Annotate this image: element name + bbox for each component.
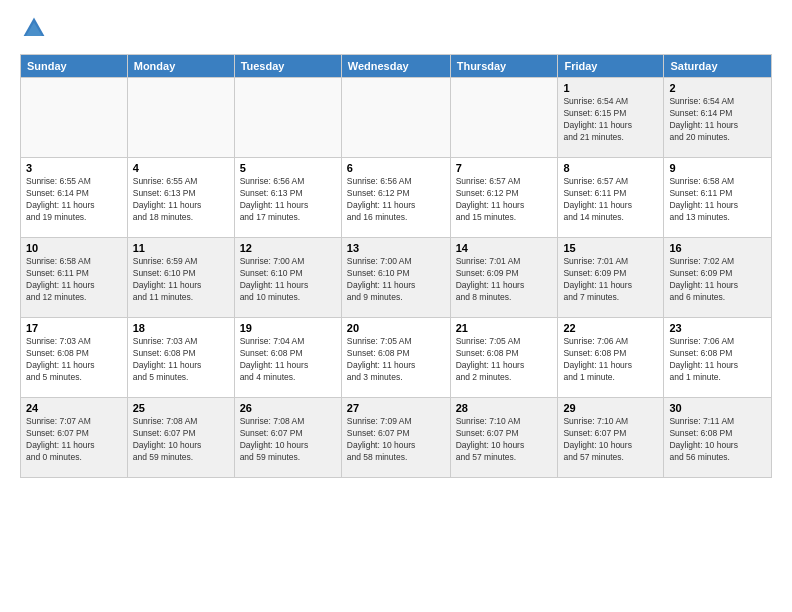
day-number: 5 [240, 162, 336, 174]
day-info: Sunrise: 7:11 AM Sunset: 6:08 PM Dayligh… [669, 416, 766, 464]
col-friday: Friday [558, 55, 664, 78]
day-info: Sunrise: 7:06 AM Sunset: 6:08 PM Dayligh… [563, 336, 658, 384]
day-number: 23 [669, 322, 766, 334]
header [20, 16, 772, 44]
day-number: 14 [456, 242, 553, 254]
calendar-day-cell: 29Sunrise: 7:10 AM Sunset: 6:07 PM Dayli… [558, 398, 664, 478]
day-number: 4 [133, 162, 229, 174]
day-number: 3 [26, 162, 122, 174]
day-number: 28 [456, 402, 553, 414]
day-number: 22 [563, 322, 658, 334]
day-info: Sunrise: 7:10 AM Sunset: 6:07 PM Dayligh… [456, 416, 553, 464]
day-number: 30 [669, 402, 766, 414]
day-info: Sunrise: 6:57 AM Sunset: 6:12 PM Dayligh… [456, 176, 553, 224]
calendar-week-row: 1Sunrise: 6:54 AM Sunset: 6:15 PM Daylig… [21, 78, 772, 158]
day-info: Sunrise: 7:03 AM Sunset: 6:08 PM Dayligh… [133, 336, 229, 384]
day-info: Sunrise: 7:04 AM Sunset: 6:08 PM Dayligh… [240, 336, 336, 384]
calendar-day-cell: 20Sunrise: 7:05 AM Sunset: 6:08 PM Dayli… [341, 318, 450, 398]
day-number: 19 [240, 322, 336, 334]
calendar-day-cell: 24Sunrise: 7:07 AM Sunset: 6:07 PM Dayli… [21, 398, 128, 478]
day-number: 13 [347, 242, 445, 254]
day-info: Sunrise: 7:05 AM Sunset: 6:08 PM Dayligh… [456, 336, 553, 384]
calendar-day-cell: 4Sunrise: 6:55 AM Sunset: 6:13 PM Daylig… [127, 158, 234, 238]
day-number: 18 [133, 322, 229, 334]
calendar-day-cell: 17Sunrise: 7:03 AM Sunset: 6:08 PM Dayli… [21, 318, 128, 398]
day-number: 26 [240, 402, 336, 414]
day-info: Sunrise: 6:58 AM Sunset: 6:11 PM Dayligh… [26, 256, 122, 304]
calendar-day-cell: 2Sunrise: 6:54 AM Sunset: 6:14 PM Daylig… [664, 78, 772, 158]
calendar-header-row: Sunday Monday Tuesday Wednesday Thursday… [21, 55, 772, 78]
calendar-day-cell [450, 78, 558, 158]
day-number: 10 [26, 242, 122, 254]
logo [20, 16, 50, 44]
day-info: Sunrise: 7:00 AM Sunset: 6:10 PM Dayligh… [347, 256, 445, 304]
day-number: 11 [133, 242, 229, 254]
col-sunday: Sunday [21, 55, 128, 78]
calendar-day-cell: 14Sunrise: 7:01 AM Sunset: 6:09 PM Dayli… [450, 238, 558, 318]
day-info: Sunrise: 7:08 AM Sunset: 6:07 PM Dayligh… [133, 416, 229, 464]
day-info: Sunrise: 6:57 AM Sunset: 6:11 PM Dayligh… [563, 176, 658, 224]
day-info: Sunrise: 6:54 AM Sunset: 6:15 PM Dayligh… [563, 96, 658, 144]
day-info: Sunrise: 7:07 AM Sunset: 6:07 PM Dayligh… [26, 416, 122, 464]
calendar-day-cell: 25Sunrise: 7:08 AM Sunset: 6:07 PM Dayli… [127, 398, 234, 478]
calendar-day-cell: 3Sunrise: 6:55 AM Sunset: 6:14 PM Daylig… [21, 158, 128, 238]
day-info: Sunrise: 7:01 AM Sunset: 6:09 PM Dayligh… [563, 256, 658, 304]
day-number: 12 [240, 242, 336, 254]
day-info: Sunrise: 7:10 AM Sunset: 6:07 PM Dayligh… [563, 416, 658, 464]
day-info: Sunrise: 6:54 AM Sunset: 6:14 PM Dayligh… [669, 96, 766, 144]
calendar-day-cell: 10Sunrise: 6:58 AM Sunset: 6:11 PM Dayli… [21, 238, 128, 318]
col-tuesday: Tuesday [234, 55, 341, 78]
day-info: Sunrise: 7:05 AM Sunset: 6:08 PM Dayligh… [347, 336, 445, 384]
day-number: 2 [669, 82, 766, 94]
calendar-day-cell: 9Sunrise: 6:58 AM Sunset: 6:11 PM Daylig… [664, 158, 772, 238]
day-number: 27 [347, 402, 445, 414]
calendar-week-row: 17Sunrise: 7:03 AM Sunset: 6:08 PM Dayli… [21, 318, 772, 398]
calendar-day-cell: 28Sunrise: 7:10 AM Sunset: 6:07 PM Dayli… [450, 398, 558, 478]
day-number: 21 [456, 322, 553, 334]
col-wednesday: Wednesday [341, 55, 450, 78]
calendar-day-cell: 19Sunrise: 7:04 AM Sunset: 6:08 PM Dayli… [234, 318, 341, 398]
calendar-week-row: 10Sunrise: 6:58 AM Sunset: 6:11 PM Dayli… [21, 238, 772, 318]
logo-icon [22, 16, 46, 40]
day-number: 17 [26, 322, 122, 334]
calendar-week-row: 3Sunrise: 6:55 AM Sunset: 6:14 PM Daylig… [21, 158, 772, 238]
calendar-day-cell: 30Sunrise: 7:11 AM Sunset: 6:08 PM Dayli… [664, 398, 772, 478]
day-number: 6 [347, 162, 445, 174]
day-number: 7 [456, 162, 553, 174]
col-saturday: Saturday [664, 55, 772, 78]
calendar-day-cell: 5Sunrise: 6:56 AM Sunset: 6:13 PM Daylig… [234, 158, 341, 238]
day-info: Sunrise: 6:56 AM Sunset: 6:12 PM Dayligh… [347, 176, 445, 224]
day-number: 29 [563, 402, 658, 414]
calendar-day-cell: 18Sunrise: 7:03 AM Sunset: 6:08 PM Dayli… [127, 318, 234, 398]
day-info: Sunrise: 6:55 AM Sunset: 6:13 PM Dayligh… [133, 176, 229, 224]
calendar-day-cell [341, 78, 450, 158]
calendar-day-cell: 8Sunrise: 6:57 AM Sunset: 6:11 PM Daylig… [558, 158, 664, 238]
day-info: Sunrise: 6:55 AM Sunset: 6:14 PM Dayligh… [26, 176, 122, 224]
calendar-day-cell: 27Sunrise: 7:09 AM Sunset: 6:07 PM Dayli… [341, 398, 450, 478]
col-thursday: Thursday [450, 55, 558, 78]
calendar-day-cell: 11Sunrise: 6:59 AM Sunset: 6:10 PM Dayli… [127, 238, 234, 318]
day-info: Sunrise: 7:02 AM Sunset: 6:09 PM Dayligh… [669, 256, 766, 304]
day-info: Sunrise: 7:01 AM Sunset: 6:09 PM Dayligh… [456, 256, 553, 304]
calendar-day-cell: 26Sunrise: 7:08 AM Sunset: 6:07 PM Dayli… [234, 398, 341, 478]
calendar-day-cell: 7Sunrise: 6:57 AM Sunset: 6:12 PM Daylig… [450, 158, 558, 238]
page: Sunday Monday Tuesday Wednesday Thursday… [0, 0, 792, 612]
day-info: Sunrise: 6:59 AM Sunset: 6:10 PM Dayligh… [133, 256, 229, 304]
day-info: Sunrise: 7:00 AM Sunset: 6:10 PM Dayligh… [240, 256, 336, 304]
calendar-week-row: 24Sunrise: 7:07 AM Sunset: 6:07 PM Dayli… [21, 398, 772, 478]
calendar-table: Sunday Monday Tuesday Wednesday Thursday… [20, 54, 772, 478]
day-info: Sunrise: 6:58 AM Sunset: 6:11 PM Dayligh… [669, 176, 766, 224]
calendar-day-cell: 22Sunrise: 7:06 AM Sunset: 6:08 PM Dayli… [558, 318, 664, 398]
day-number: 1 [563, 82, 658, 94]
day-number: 9 [669, 162, 766, 174]
calendar-day-cell [234, 78, 341, 158]
day-info: Sunrise: 7:09 AM Sunset: 6:07 PM Dayligh… [347, 416, 445, 464]
day-number: 20 [347, 322, 445, 334]
calendar-day-cell [21, 78, 128, 158]
day-info: Sunrise: 6:56 AM Sunset: 6:13 PM Dayligh… [240, 176, 336, 224]
calendar-day-cell: 6Sunrise: 6:56 AM Sunset: 6:12 PM Daylig… [341, 158, 450, 238]
day-number: 25 [133, 402, 229, 414]
day-info: Sunrise: 7:06 AM Sunset: 6:08 PM Dayligh… [669, 336, 766, 384]
day-number: 8 [563, 162, 658, 174]
calendar-day-cell: 21Sunrise: 7:05 AM Sunset: 6:08 PM Dayli… [450, 318, 558, 398]
